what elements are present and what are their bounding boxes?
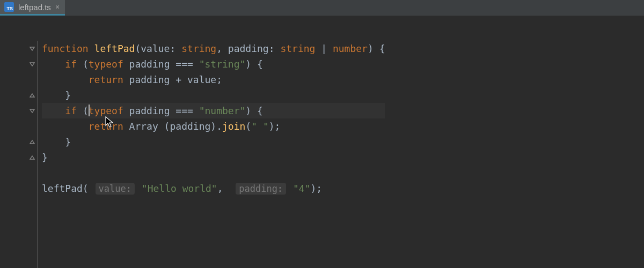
- token-fn: leftPad: [94, 43, 135, 54]
- token-type: string: [280, 43, 315, 54]
- token-op: (: [158, 121, 170, 132]
- token-plain: [42, 58, 65, 70]
- token-op: [123, 121, 129, 132]
- token-kw: if: [65, 58, 77, 70]
- token-type: number: [333, 43, 368, 54]
- token-kw: function: [42, 43, 94, 54]
- fold-marker: [28, 181, 36, 196]
- token-plain: [42, 105, 65, 116]
- token-kw: return: [89, 121, 123, 132]
- token-op: ) {: [368, 43, 385, 54]
- code-line[interactable]: return Array (padding).join(" ");: [42, 118, 385, 134]
- token-op: ;: [216, 74, 222, 85]
- token-id: Array: [129, 121, 158, 132]
- token-plain: [42, 136, 65, 147]
- token-op: |: [315, 43, 333, 54]
- token-kw: if: [65, 105, 77, 116]
- parameter-hint: padding:: [236, 183, 286, 195]
- code-line[interactable]: return padding + value;: [42, 72, 385, 87]
- close-tab-icon[interactable]: ×: [55, 3, 60, 11]
- token-plain: [42, 74, 89, 85]
- token-op: (: [77, 58, 89, 70]
- code-line[interactable]: }: [42, 150, 385, 165]
- typescript-file-icon: TS: [4, 2, 14, 12]
- fold-marker: [28, 165, 36, 181]
- code-line[interactable]: }: [42, 87, 385, 103]
- token-op: ,: [217, 183, 235, 194]
- token-type: string: [181, 43, 216, 54]
- token-op: (: [83, 183, 94, 194]
- token-op: [136, 183, 142, 194]
- token-op: (: [77, 105, 89, 116]
- token-str: " ": [251, 121, 269, 132]
- token-op: +: [170, 74, 187, 85]
- code-line[interactable]: }: [42, 134, 385, 150]
- fold-marker[interactable]: [28, 134, 36, 150]
- gutter: [0, 41, 38, 268]
- token-str: "Hello world": [142, 183, 217, 194]
- token-op: ) {: [245, 105, 263, 116]
- token-id: padding: [129, 58, 170, 70]
- token-op: ,: [216, 43, 228, 54]
- token-id: padding: [129, 105, 170, 116]
- token-op: (: [245, 121, 251, 132]
- token-kw: typeof: [89, 105, 123, 116]
- token-plain: [42, 121, 89, 132]
- token-id: padding: [129, 74, 170, 85]
- token-op: }: [65, 90, 71, 101]
- token-op: [287, 183, 293, 194]
- code-line[interactable]: [42, 165, 385, 181]
- fold-marker: [28, 72, 36, 87]
- token-kw: typeof: [89, 58, 123, 70]
- code-line[interactable]: if (typeof padding === "number") {: [42, 103, 385, 118]
- fold-marker[interactable]: [28, 150, 36, 165]
- code-area[interactable]: function leftPad(value: string, padding:…: [38, 41, 385, 268]
- token-id: padding: [228, 43, 269, 54]
- token-op: [123, 58, 129, 70]
- token-str: "4": [293, 183, 311, 194]
- token-op: ).: [210, 121, 222, 132]
- token-id: padding: [170, 121, 210, 132]
- token-op: (: [135, 43, 141, 54]
- token-op: ) {: [245, 58, 263, 70]
- token-str: "string": [199, 58, 246, 70]
- token-op: );: [269, 121, 281, 132]
- fold-marker[interactable]: [28, 87, 36, 103]
- tab-filename: leftpad.ts: [18, 3, 51, 12]
- token-op: ===: [170, 58, 199, 70]
- tab-bar: TS leftpad.ts ×: [0, 0, 644, 16]
- code-line[interactable]: function leftPad(value: string, padding:…: [42, 41, 385, 56]
- file-tab[interactable]: TS leftpad.ts ×: [0, 0, 65, 16]
- token-op: ===: [170, 105, 199, 116]
- token-str: "number": [199, 105, 246, 116]
- token-id: leftPad: [42, 183, 83, 194]
- token-fn: join: [222, 121, 245, 132]
- fold-marker[interactable]: [28, 103, 36, 118]
- token-op: }: [65, 136, 71, 147]
- parameter-hint: value:: [96, 183, 135, 195]
- fold-marker: [28, 118, 36, 134]
- code-editor[interactable]: function leftPad(value: string, padding:…: [0, 16, 644, 268]
- token-op: [123, 74, 129, 85]
- fold-marker[interactable]: [28, 56, 36, 72]
- token-id: value: [187, 74, 216, 85]
- code-line[interactable]: if (typeof padding === "string") {: [42, 56, 385, 72]
- token-op: [123, 105, 129, 116]
- token-id: value: [141, 43, 170, 54]
- token-plain: [42, 90, 65, 101]
- token-kw: return: [89, 74, 123, 85]
- token-op: :: [269, 43, 281, 54]
- token-op: :: [170, 43, 181, 54]
- fold-marker[interactable]: [28, 41, 36, 56]
- text-caret: [89, 105, 90, 116]
- token-op: );: [310, 183, 322, 194]
- code-line[interactable]: leftPad( value: "Hello world", padding: …: [42, 181, 385, 196]
- token-op: }: [42, 152, 48, 163]
